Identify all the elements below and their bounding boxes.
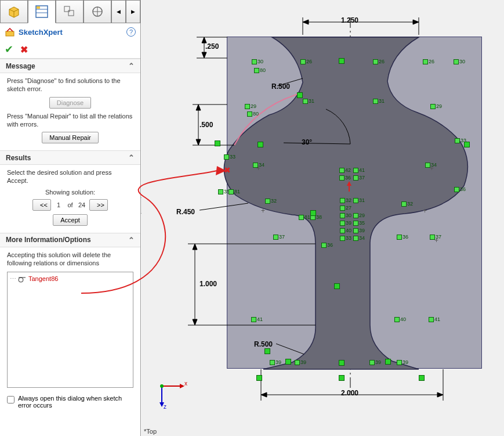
relation-marker[interactable]: 30 bbox=[454, 58, 466, 65]
relation-marker[interactable]: 30 bbox=[252, 58, 264, 65]
relation-marker[interactable]: 81 bbox=[299, 214, 311, 221]
relation-marker[interactable]: 33 bbox=[224, 153, 237, 160]
relation-marker[interactable]: 29 bbox=[353, 212, 366, 219]
center-mark: + bbox=[434, 236, 438, 244]
center-mark: + bbox=[261, 207, 265, 215]
view-name: *Top bbox=[144, 428, 157, 435]
relation-marker[interactable]: 42 bbox=[339, 167, 352, 174]
relation-marker[interactable]: 31 bbox=[303, 98, 316, 105]
relation-marker[interactable]: 36 bbox=[397, 233, 409, 240]
relation-marker[interactable]: 81 bbox=[229, 188, 241, 195]
relation-marker[interactable]: 39 bbox=[353, 227, 366, 234]
relation-marker[interactable]: 39 bbox=[369, 359, 382, 366]
relation-marker[interactable]: 26 bbox=[373, 58, 386, 65]
relation-marker[interactable]: 37 bbox=[273, 233, 286, 240]
constraint-glyph[interactable] bbox=[385, 359, 391, 365]
relation-marker[interactable]: 80 bbox=[247, 110, 260, 117]
constraint-glyph[interactable] bbox=[215, 140, 220, 146]
relation-marker[interactable]: 31 bbox=[353, 197, 366, 204]
dim-30[interactable]: 30° bbox=[302, 138, 312, 146]
view-triad: x z bbox=[153, 376, 188, 413]
center-mark: + bbox=[256, 164, 260, 172]
constraint-glyph[interactable] bbox=[256, 375, 262, 381]
dim-top[interactable]: 1.250 bbox=[341, 16, 358, 24]
relation-marker[interactable]: 39 bbox=[295, 359, 307, 366]
relation-marker[interactable]: 29 bbox=[430, 103, 443, 110]
relation-marker[interactable]: 32 bbox=[340, 197, 353, 204]
relation-marker[interactable]: 29 bbox=[245, 103, 258, 110]
dim-1000[interactable]: 1.000 bbox=[200, 280, 217, 288]
dim-250[interactable]: .250 bbox=[205, 42, 219, 51]
relation-marker[interactable]: 41 bbox=[429, 316, 441, 323]
constraint-glyph[interactable] bbox=[339, 58, 345, 64]
annotation-svg bbox=[0, 0, 504, 436]
relation-marker[interactable]: 33 bbox=[340, 235, 353, 242]
svg-marker-50 bbox=[180, 384, 184, 388]
constraint-glyph[interactable] bbox=[334, 283, 340, 289]
relation-marker[interactable]: 31 bbox=[373, 98, 386, 105]
relation-marker[interactable]: 39 bbox=[340, 219, 353, 226]
svg-marker-48 bbox=[347, 181, 351, 186]
constraint-glyph[interactable] bbox=[264, 348, 270, 354]
relation-marker[interactable]: 40 bbox=[394, 316, 407, 323]
relation-marker[interactable]: 32 bbox=[401, 200, 414, 207]
center-mark: + bbox=[430, 164, 434, 172]
dim-r450[interactable]: R.450 bbox=[176, 208, 195, 216]
svg-point-53 bbox=[160, 384, 164, 388]
relation-marker[interactable]: 36 bbox=[321, 242, 334, 248]
dim-r500a[interactable]: R.500 bbox=[271, 82, 290, 91]
constraint-glyph[interactable] bbox=[339, 360, 345, 366]
dim-500[interactable]: .500 bbox=[200, 121, 213, 129]
axis-z-label: z bbox=[164, 403, 166, 410]
relation-marker[interactable]: 30 bbox=[340, 212, 353, 219]
relation-marker[interactable]: 35 bbox=[353, 219, 366, 226]
relation-marker[interactable]: 39 bbox=[270, 359, 282, 366]
relation-marker[interactable]: 36 bbox=[454, 186, 467, 193]
constraint-glyph[interactable] bbox=[297, 92, 303, 98]
relation-marker[interactable]: 34 bbox=[353, 235, 366, 242]
axis-x-label: x bbox=[184, 380, 187, 387]
constraint-glyph[interactable] bbox=[339, 375, 345, 381]
relation-marker[interactable]: 26 bbox=[300, 58, 313, 65]
error-marker-icon: ✖ bbox=[224, 165, 231, 175]
relation-marker[interactable]: 36 bbox=[339, 174, 352, 181]
relation-marker[interactable]: 27 bbox=[340, 204, 353, 211]
relation-marker[interactable]: 80 bbox=[254, 67, 267, 74]
constraint-glyph[interactable] bbox=[419, 375, 425, 381]
relation-marker[interactable]: 26 bbox=[423, 58, 436, 65]
center-arrow-icon bbox=[345, 181, 356, 193]
constraint-glyph[interactable] bbox=[258, 142, 263, 147]
relation-marker[interactable]: 40 bbox=[340, 227, 353, 234]
constraint-glyph[interactable] bbox=[285, 359, 291, 365]
relation-marker[interactable]: 41 bbox=[353, 167, 366, 174]
dim-r500b[interactable]: R.500 bbox=[254, 340, 273, 348]
constraint-glyph[interactable] bbox=[310, 210, 316, 216]
center-mark: + bbox=[423, 207, 427, 215]
graphics-area[interactable]: ✖ 1.250 .250 R.500 .500 30° R.450 1.000 … bbox=[142, 0, 504, 436]
relation-marker[interactable]: 39 bbox=[397, 359, 409, 366]
relation-marker[interactable]: 32 bbox=[265, 197, 278, 204]
relation-marker[interactable]: 37 bbox=[353, 174, 366, 181]
relation-marker[interactable]: 41 bbox=[251, 316, 264, 323]
dim-2000[interactable]: 2.000 bbox=[341, 389, 358, 397]
constraint-glyph[interactable] bbox=[464, 142, 470, 147]
